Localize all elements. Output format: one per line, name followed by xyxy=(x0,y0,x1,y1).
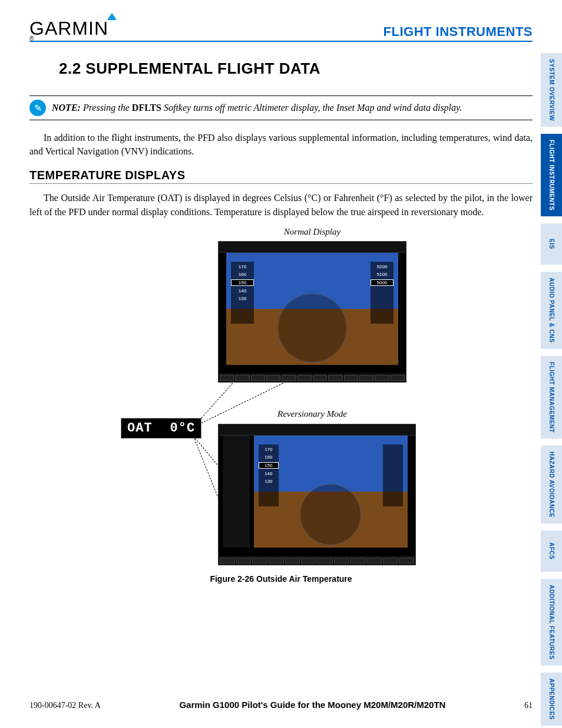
section-tab[interactable]: EIS xyxy=(541,223,562,265)
section-tab[interactable]: APPENDICES xyxy=(541,673,562,726)
section-title: 2.2 SUPPLEMENTAL FLIGHT DATA xyxy=(59,60,533,78)
page-footer: 190-00647-02 Rev. A Garmin G1000 Pilot's… xyxy=(29,700,533,710)
leader-line xyxy=(193,383,233,427)
logo-text: GARMIN xyxy=(29,18,108,39)
note-callout: ✎ NOTE: Pressing the DFLTS Softkey turns… xyxy=(29,95,533,120)
softkey xyxy=(313,375,327,381)
softkey xyxy=(383,558,398,564)
pfd-reversionary-display: 170 160 150 140 130 xyxy=(218,424,416,565)
altitude-tape xyxy=(383,444,403,506)
softkey xyxy=(282,375,296,381)
airspeed-tape: 170 160 150 140 130 xyxy=(259,444,279,506)
section-tab[interactable]: FLIGHT INSTRUMENTS xyxy=(541,134,562,216)
temperature-paragraph: The Outside Air Temperature (OAT) is dis… xyxy=(29,191,533,218)
logo-triangle-icon xyxy=(107,13,117,20)
pfd-header-bar xyxy=(219,424,415,436)
pfd-softkey-bar xyxy=(219,556,415,564)
softkey xyxy=(236,558,252,564)
section-tab[interactable]: AUDIO PANEL & CNS xyxy=(541,272,562,348)
section-tab[interactable]: AFCS xyxy=(541,531,562,572)
eis-engine-strip xyxy=(223,436,250,548)
pfd-header-bar xyxy=(219,242,406,253)
oat-label: OAT xyxy=(127,421,153,436)
airspeed-tape: 170 160 150 140 130 xyxy=(231,262,253,324)
note-dflts-key: DFLTS xyxy=(132,103,161,113)
note-label: NOTE: xyxy=(52,103,81,113)
pfd-normal-display: 170 160 150 140 130 5200 5100 5000 xyxy=(218,241,406,383)
softkey xyxy=(266,375,280,381)
softkey xyxy=(391,375,405,381)
softkey xyxy=(366,558,382,564)
section-tab[interactable]: HAZARD AVOIDANCE xyxy=(541,446,562,523)
softkey xyxy=(269,558,284,564)
softkey xyxy=(328,375,342,381)
intro-paragraph: In addition to the flight instruments, t… xyxy=(29,131,533,158)
footer-docrev: 190-00647-02 Rev. A xyxy=(29,701,101,710)
softkey xyxy=(350,558,365,564)
temperature-subhead: TEMPERATURE DISPLAYS xyxy=(29,169,533,184)
softkey xyxy=(359,375,373,381)
softkey xyxy=(251,375,265,381)
softkey xyxy=(220,375,234,381)
section-tab[interactable]: ADDITIONAL FEATURES xyxy=(541,579,562,666)
oat-value: 0°C xyxy=(170,421,196,436)
figure-bottom-label: Reversionary Mode xyxy=(218,409,406,419)
footer-page-number: 61 xyxy=(524,701,533,710)
softkey xyxy=(220,558,235,564)
section-tab[interactable]: SYSTEM OVERVIEW xyxy=(541,53,562,127)
figure-top-label: Normal Display xyxy=(218,227,406,237)
note-pencil-icon: ✎ xyxy=(29,100,46,116)
pfd-attitude-indicator: 170 160 150 140 130 xyxy=(254,436,408,548)
section-tab[interactable]: FLIGHT MANAGEMENT xyxy=(541,356,562,439)
softkey xyxy=(252,558,267,564)
hsi-compass xyxy=(300,484,361,545)
softkey xyxy=(344,375,358,381)
hsi-compass xyxy=(277,294,346,363)
softkey xyxy=(334,558,349,564)
note-text: NOTE: Pressing the DFLTS Softkey turns o… xyxy=(52,98,462,117)
altitude-tape: 5200 5100 5000 xyxy=(371,262,393,324)
softkey xyxy=(375,375,389,381)
softkey xyxy=(285,558,300,564)
page-header: GARMIN ® FLIGHT INSTRUMENTS xyxy=(29,18,533,42)
softkey xyxy=(301,558,316,564)
softkey xyxy=(297,375,312,381)
softkey xyxy=(235,375,249,381)
footer-guide-title: Garmin G1000 Pilot's Guide for the Moone… xyxy=(179,700,445,710)
softkey xyxy=(318,558,333,564)
figure-area: Normal Display 170 160 150 140 130 5200 … xyxy=(29,229,533,601)
pfd-attitude-indicator: 170 160 150 140 130 5200 5100 5000 xyxy=(226,253,399,365)
leader-line xyxy=(193,383,283,427)
section-tabs: SYSTEM OVERVIEWFLIGHT INSTRUMENTSEISAUDI… xyxy=(541,53,562,728)
garmin-logo: GARMIN ® xyxy=(29,18,108,39)
section-header: FLIGHT INSTRUMENTS xyxy=(384,24,533,39)
pfd-softkey-bar xyxy=(219,373,406,381)
oat-readout: OAT 0°C xyxy=(121,418,201,439)
softkey xyxy=(399,558,414,564)
figure-caption: Figure 2-26 Outside Air Temperature xyxy=(29,574,533,584)
